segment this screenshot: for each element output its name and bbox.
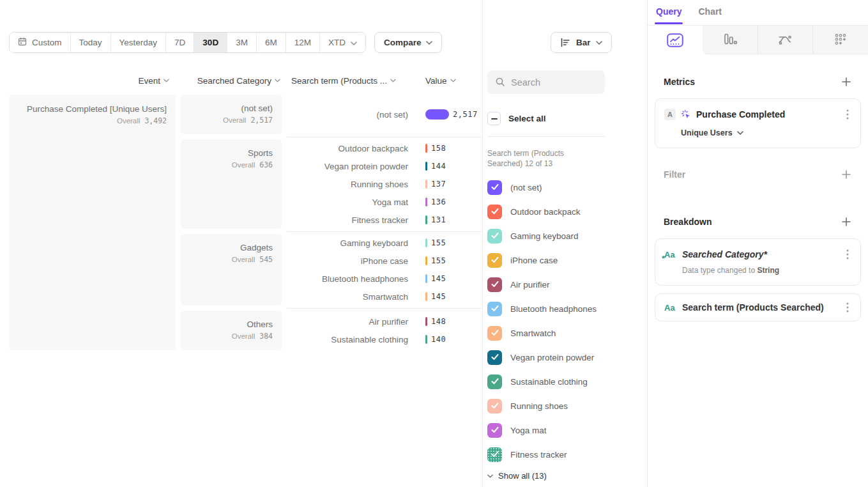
term-row[interactable]: Outdoor backpack 158	[287, 139, 482, 157]
term-row[interactable]: (not set) 2,517	[287, 105, 482, 123]
measurement-dropdown[interactable]: Unique Users	[681, 128, 851, 137]
legend-item[interactable]: Running shoes	[487, 398, 604, 414]
legend-item[interactable]: Yoga mat	[487, 422, 604, 438]
checkbox-checked-icon[interactable]	[487, 399, 502, 414]
metric-options-button[interactable]	[844, 108, 851, 121]
checkbox-checked-icon[interactable]	[487, 326, 502, 341]
term-row[interactable]: Vegan protein powder 144	[287, 157, 482, 175]
term-row[interactable]: iPhone case 155	[287, 252, 482, 270]
column-header-category[interactable]: Searched Category	[181, 76, 282, 86]
value-cell: 148	[417, 317, 482, 326]
checkbox-indeterminate-icon[interactable]	[487, 112, 501, 125]
legend-item[interactable]: Vegan protein powder	[487, 350, 604, 365]
column-header-event[interactable]: Event	[9, 76, 176, 86]
legend-item[interactable]: Smartwatch	[487, 325, 604, 341]
term-row[interactable]: Fitness tracker 131	[287, 211, 482, 229]
filter-section-title: Filter	[664, 169, 685, 180]
term-label: Running shoes	[287, 180, 417, 189]
legend-item[interactable]: Fitness tracker	[487, 447, 604, 462]
column-header-search-term[interactable]: Search term (Products ...	[287, 76, 396, 86]
tab-chart[interactable]: Chart	[698, 6, 722, 24]
date-range-today[interactable]: Today	[70, 33, 110, 52]
event-card[interactable]: Purchase Completed [Unique Users] Overal…	[9, 95, 176, 350]
plus-icon	[842, 217, 851, 226]
legend-item[interactable]: Sustainable clothing	[487, 374, 604, 389]
category-card[interactable]: (not set) Overall2,517	[181, 95, 282, 134]
term-row[interactable]: Sustainable clothing 140	[287, 330, 482, 348]
view-tab-insights[interactable]	[648, 26, 703, 54]
term-value: 136	[431, 197, 446, 206]
term-row[interactable]: Air purifier 148	[287, 313, 482, 330]
select-all-toggle[interactable]: Select all	[487, 112, 604, 125]
term-row[interactable]: Bluetooth headphones 145	[287, 270, 482, 288]
show-all-button[interactable]: Show all (13)	[487, 471, 604, 481]
legend-item[interactable]: Outdoor backpack	[487, 204, 604, 219]
legend-item-label: Outdoor backpack	[510, 207, 581, 217]
view-tab-retention[interactable]	[812, 26, 868, 54]
legend-item-label: Smartwatch	[510, 329, 556, 338]
checkbox-checked-icon[interactable]	[487, 423, 502, 438]
term-value: 145	[431, 292, 446, 301]
category-name: Gadgets	[190, 242, 273, 254]
term-label: Bluetooth headphones	[287, 274, 417, 284]
term-value: 155	[431, 238, 446, 247]
event-name: Purchase Completed [Unique Users]	[18, 104, 167, 115]
chevron-down-icon	[164, 79, 169, 82]
legend-item[interactable]: Air purifier	[487, 277, 604, 292]
checkbox-checked-icon[interactable]	[487, 229, 502, 244]
date-range-7d[interactable]: 7D	[165, 33, 194, 52]
breakdown-property-row[interactable]: Aa Search term (Products Searched)	[664, 301, 851, 314]
checkbox-checked-icon[interactable]	[487, 180, 502, 195]
checkbox-checked-icon[interactable]	[487, 205, 502, 219]
legend-item[interactable]: (not set)	[487, 180, 604, 195]
date-range-12m[interactable]: 12M	[286, 33, 319, 52]
chevron-down-icon	[426, 41, 432, 45]
checkbox-checked-icon[interactable]	[487, 277, 502, 292]
breakdown-options-button[interactable]	[844, 248, 851, 261]
breakdown-property-row[interactable]: Aa* Searched Category*	[664, 248, 851, 261]
category-card[interactable]: Gadgets Overall545	[181, 234, 282, 305]
legend-item-label: Fitness tracker	[510, 450, 567, 460]
date-range-3m[interactable]: 3M	[227, 33, 256, 52]
term-value: 158	[431, 144, 446, 153]
add-metric-button[interactable]	[841, 76, 852, 88]
event-spark-icon	[681, 109, 691, 120]
value-cell: 158	[417, 144, 482, 153]
checkbox-checked-icon[interactable]	[487, 302, 502, 316]
value-bar	[425, 274, 427, 283]
checkbox-checked-icon[interactable]	[487, 375, 502, 389]
tab-query[interactable]: Query	[656, 6, 681, 24]
legend-item[interactable]: iPhone case	[487, 252, 604, 268]
checkbox-checked-icon[interactable]	[487, 253, 502, 268]
legend-item[interactable]: Bluetooth headphones	[487, 301, 604, 316]
add-filter-button[interactable]	[841, 169, 852, 180]
view-tab-bar-chart[interactable]	[703, 26, 758, 54]
category-card[interactable]: Others Overall384	[181, 311, 282, 350]
date-range-yesterday[interactable]: Yesterday	[110, 33, 166, 52]
date-range-xtd[interactable]: XTD	[319, 33, 365, 52]
term-row[interactable]: Smartwatch 145	[287, 288, 482, 305]
add-breakdown-button[interactable]	[841, 216, 852, 228]
breakdown-options-button[interactable]	[844, 301, 851, 314]
toolbar: Custom Today Yesterday	[9, 32, 442, 53]
checkbox-checked-icon[interactable]	[487, 350, 502, 365]
legend-item-label: Gaming keyboard	[510, 231, 579, 241]
compare-button[interactable]: Compare	[374, 32, 443, 53]
date-range-custom[interactable]: Custom	[10, 33, 70, 52]
date-range-30d[interactable]: 30D	[194, 33, 227, 52]
category-card[interactable]: Sports Overall636	[181, 139, 282, 229]
column-header-value[interactable]: Value	[417, 76, 482, 86]
term-label: Yoga mat	[287, 197, 417, 207]
legend-item[interactable]: Gaming keyboard	[487, 228, 604, 244]
value-bar	[425, 180, 427, 189]
term-row[interactable]: Gaming keyboard 155	[287, 234, 482, 252]
term-row[interactable]: Running shoes 137	[287, 175, 482, 193]
query-builder: Metrics A Purchase Completed	[648, 76, 868, 321]
view-tab-flows[interactable]	[758, 26, 813, 54]
term-value: 140	[431, 335, 446, 344]
term-row[interactable]: Yoga mat 136	[287, 193, 482, 211]
checkbox-checked-icon[interactable]	[487, 447, 502, 462]
date-range-6m[interactable]: 6M	[256, 33, 286, 52]
metric-event-row[interactable]: A Purchase Completed	[664, 108, 851, 121]
value-cell: 155	[417, 256, 482, 265]
